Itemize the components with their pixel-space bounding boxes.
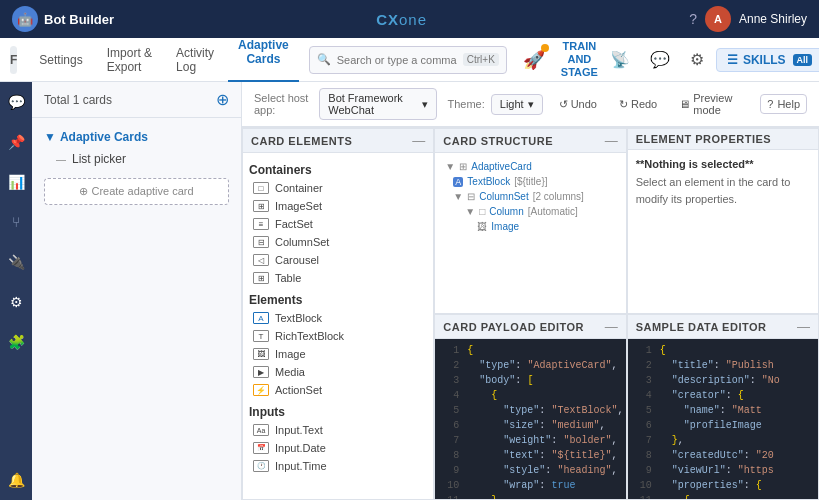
nav-settings-icon[interactable]: ⚙	[682, 38, 712, 82]
sample-data-title: SAMPLE DATA EDITOR	[636, 321, 767, 333]
nav-activity-log[interactable]: ActivityLog	[166, 38, 224, 82]
code-line: 4 {	[439, 388, 621, 403]
card-payload-editor[interactable]: 1{ 2 "type": "AdaptiveCard", 3 "body": […	[435, 339, 625, 499]
struct-image[interactable]: 🖼 Image	[441, 219, 619, 234]
card-structure-header: CARD STRUCTURE —	[435, 129, 625, 153]
tree-section-header[interactable]: ▼ Adaptive Cards	[44, 130, 229, 144]
search-icon: 🔍	[317, 53, 331, 66]
nav-chat-icon[interactable]: 💬	[642, 38, 678, 82]
element-richtextblock[interactable]: T RichTextBlock	[249, 327, 427, 345]
image-icon: 🖼	[253, 348, 269, 360]
card-elements-title: CARD ELEMENTS	[251, 135, 352, 147]
code-line: 5 "type": "TextBlock",	[439, 403, 621, 418]
create-card-button[interactable]: ⊕ Create adaptive card	[44, 178, 229, 205]
menu-icon: ☰	[727, 53, 738, 67]
element-factset[interactable]: ≡ FactSet	[249, 215, 427, 233]
media-icon: ▶	[253, 366, 269, 378]
card-structure-content: ▼ ⊞ AdaptiveCard A TextBlock [${title}] …	[435, 153, 625, 313]
skills-button[interactable]: ☰ SKILLS All	[716, 48, 819, 72]
code-line: 2 "title": "Publish	[632, 358, 814, 373]
cols-icon: ⊟	[467, 191, 475, 202]
nav-adaptive-cards[interactable]: Adaptive Cards	[228, 38, 299, 82]
element-image[interactable]: 🖼 Image	[249, 345, 427, 363]
sidebar-gear-icon[interactable]: ⚙	[6, 290, 27, 314]
struct-adaptive-card[interactable]: ▼ ⊞ AdaptiveCard	[441, 159, 619, 174]
app-name: Bot Builder	[44, 12, 114, 27]
sidebar-plug-icon[interactable]: 🔌	[4, 250, 29, 274]
sample-data-header: SAMPLE DATA EDITOR —	[628, 315, 818, 339]
avatar: A	[705, 6, 731, 32]
chevron-down-icon: ▼	[44, 130, 56, 144]
struct-column[interactable]: ▼ □ Column [Automatic]	[441, 204, 619, 219]
chevron-down-icon: ▼	[445, 161, 455, 172]
sidebar-puzzle-icon[interactable]: 🧩	[4, 330, 29, 354]
sidebar-branch-icon[interactable]: ⑂	[8, 210, 24, 234]
richtextblock-icon: T	[253, 330, 269, 342]
minimize-icon[interactable]: —	[605, 133, 618, 148]
nav-broadcast-icon[interactable]: 📡	[602, 38, 638, 82]
theme-value: Light	[500, 98, 524, 110]
host-app-select[interactable]: Bot Framework WebChat ▾	[319, 88, 437, 120]
nav-import-export[interactable]: Import &Export	[97, 38, 162, 82]
sidebar-bell-icon[interactable]: 🔔	[4, 468, 29, 492]
train-stage-label[interactable]: TRAIN AND STAGE	[561, 38, 598, 82]
elements-label: Elements	[249, 287, 427, 309]
host-app-value: Bot Framework WebChat	[328, 92, 418, 116]
factset-icon: ≡	[253, 218, 269, 230]
panels-grid: CARD ELEMENTS — Containers □ Container ⊞…	[242, 127, 819, 500]
element-input-date[interactable]: 📅 Input.Date	[249, 439, 427, 457]
user-name: Anne Shirley	[739, 12, 807, 26]
app-logo: 🤖 Bot Builder	[12, 6, 114, 32]
host-app-group: Select host app: Bot Framework WebChat ▾	[254, 88, 437, 120]
nav-settings[interactable]: Settings	[29, 38, 92, 82]
element-carousel[interactable]: ◁ Carousel	[249, 251, 427, 269]
theme-select[interactable]: Light ▾	[491, 94, 543, 115]
search-input[interactable]	[337, 54, 457, 66]
code-line: 8 "createdUtc": "20	[632, 448, 814, 463]
element-imageset[interactable]: ⊞ ImageSet	[249, 197, 427, 215]
list-picker-icon: —	[56, 154, 66, 165]
main-layout: 💬 📌 📊 ⑂ 🔌 ⚙ 🧩 🔔 Total 1 cards ⊕ ▼ Adapti…	[0, 82, 819, 500]
preview-mode-button[interactable]: 🖥 Preview mode	[673, 89, 750, 119]
element-container[interactable]: □ Container	[249, 179, 427, 197]
cards-total-label: Total 1 cards	[44, 93, 112, 107]
nothing-selected-label: **Nothing is selected**	[636, 158, 810, 170]
struct-textblock[interactable]: A TextBlock [${title}]	[441, 174, 619, 189]
textblock-badge: A	[453, 177, 463, 187]
redo-button[interactable]: ↻ Redo	[613, 95, 663, 114]
list-picker-item[interactable]: — List picker	[32, 148, 241, 170]
cards-tree: ▼ Adaptive Cards — List picker ⊕ Create …	[32, 118, 241, 221]
list-picker-label: List picker	[72, 152, 126, 166]
element-columnset[interactable]: ⊟ ColumnSet	[249, 233, 427, 251]
sample-data-editor[interactable]: 1{ 2 "title": "Publish 3 "description": …	[628, 339, 818, 499]
chevron-down-icon: ▼	[465, 206, 475, 217]
minimize-icon[interactable]: —	[412, 133, 425, 148]
sidebar-chart-icon[interactable]: 📊	[4, 170, 29, 194]
code-line: 11 },	[439, 493, 621, 499]
help-button[interactable]: ? Help	[760, 94, 807, 114]
help-icon[interactable]: ?	[689, 11, 697, 27]
sample-data-panel: SAMPLE DATA EDITOR — 1{ 2 "title": "Publ…	[627, 314, 819, 500]
cards-header: Total 1 cards ⊕	[32, 82, 241, 118]
code-line: 1{	[439, 343, 621, 358]
nav-f-button[interactable]: F	[10, 46, 17, 74]
code-line: 5 "name": "Matt	[632, 403, 814, 418]
element-input-text[interactable]: Aa Input.Text	[249, 421, 427, 439]
element-actionset[interactable]: ⚡ ActionSet	[249, 381, 427, 399]
code-line: 6 "size": "medium",	[439, 418, 621, 433]
element-table[interactable]: ⊞ Table	[249, 269, 427, 287]
undo-button[interactable]: ↺ Undo	[553, 95, 603, 114]
minimize-icon[interactable]: —	[797, 319, 810, 334]
section-label: Adaptive Cards	[60, 130, 148, 144]
minimize-icon[interactable]: —	[605, 319, 618, 334]
sidebar-chat-icon[interactable]: 💬	[4, 90, 29, 114]
cxone-text: CXone	[376, 11, 427, 28]
struct-columnset[interactable]: ▼ ⊟ ColumnSet [2 columns]	[441, 189, 619, 204]
train-stage-button[interactable]: 🚀	[511, 38, 557, 82]
element-input-time[interactable]: 🕐 Input.Time	[249, 457, 427, 475]
sidebar-pin-icon[interactable]: 📌	[4, 130, 29, 154]
element-textblock[interactable]: A TextBlock	[249, 309, 427, 327]
element-media[interactable]: ▶ Media	[249, 363, 427, 381]
add-card-button[interactable]: ⊕	[216, 90, 229, 109]
chevron-down-icon: ▼	[453, 191, 463, 202]
